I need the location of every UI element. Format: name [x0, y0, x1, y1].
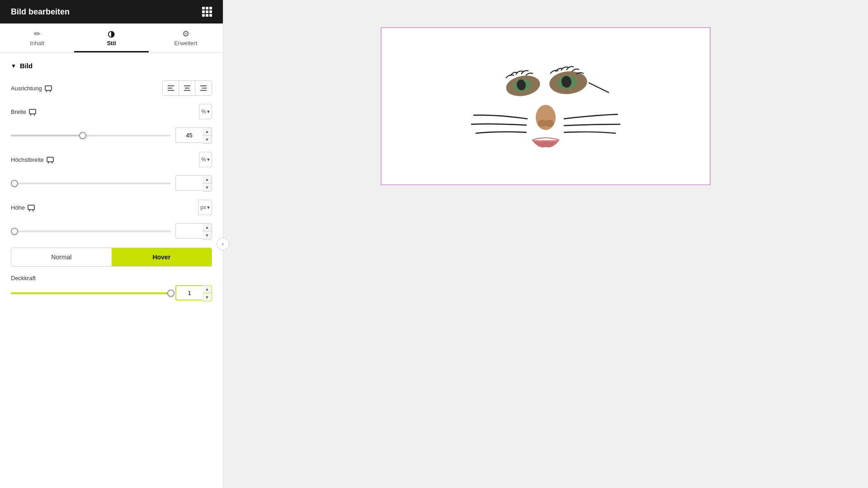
deckkraft-slider-thumb[interactable] [167, 290, 175, 297]
mode-hover-button[interactable]: Hover [112, 248, 212, 266]
tabs-bar: ✏ Inhalt ◑ Stil ⚙ Erweitert [0, 23, 223, 53]
cat-face-illustration [469, 52, 623, 160]
gear-icon: ⚙ [182, 30, 189, 38]
mode-toggle: Normal Hover [11, 248, 212, 267]
monitor-icon-hoechstbreite [47, 157, 54, 162]
hoechstbreite-slider-thumb[interactable] [11, 180, 18, 187]
breite-stepper-down[interactable]: ▼ [203, 136, 212, 143]
ausrichtung-row: Ausrichtung [11, 80, 212, 96]
hoehe-input[interactable] [175, 223, 203, 239]
hoechstbreite-unit-dropdown[interactable]: % ▾ [199, 152, 212, 167]
hoechstbreite-stepper-up[interactable]: ▲ [203, 176, 212, 183]
pencil-icon: ✏ [34, 30, 41, 38]
breite-slider-thumb[interactable] [79, 132, 86, 139]
svg-point-17 [545, 120, 554, 127]
svg-rect-8 [200, 90, 207, 91]
alignment-group [162, 80, 212, 96]
hoechstbreite-slider-row: ▲ ▼ [11, 175, 212, 192]
hoehe-unit-group: px ▾ [198, 200, 212, 215]
svg-rect-7 [202, 88, 207, 89]
canvas-area [223, 0, 868, 488]
hoehe-label: Höhe [11, 204, 61, 211]
panel-title: Bild bearbeiten [11, 7, 70, 17]
collapse-arrow-icon: ▼ [11, 63, 16, 69]
canvas-frame [381, 27, 711, 185]
hoechstbreite-slider-container: ▲ ▼ [11, 175, 212, 192]
breite-unit-dropdown[interactable]: % ▾ [199, 104, 212, 119]
align-right-button[interactable] [195, 81, 212, 95]
section-bild-header[interactable]: ▼ Bild [11, 62, 212, 70]
svg-point-15 [536, 105, 556, 130]
hoehe-slider-container: ▲ ▼ [11, 223, 212, 239]
panel-header: Bild bearbeiten [0, 0, 223, 23]
chevron-icon-h: ▾ [207, 204, 210, 211]
deckkraft-stepper: ▲ ▼ [203, 285, 212, 301]
svg-line-18 [589, 83, 609, 93]
tab-stil[interactable]: ◑ Stil [74, 23, 148, 52]
hoehe-stepper-down[interactable]: ▼ [203, 231, 212, 239]
hoehe-input-group: ▲ ▼ [175, 223, 212, 239]
breite-label: Breite [11, 108, 61, 115]
hoechstbreite-stepper-down[interactable]: ▼ [203, 183, 212, 191]
deckkraft-stepper-up[interactable]: ▲ [203, 286, 212, 293]
deckkraft-input[interactable] [175, 285, 203, 300]
svg-rect-6 [200, 85, 207, 86]
contrast-icon: ◑ [108, 30, 115, 38]
chevron-icon: ▾ [207, 108, 210, 115]
monitor-icon-hoehe [28, 205, 35, 210]
deckkraft-input-group: ▲ ▼ [175, 285, 212, 301]
left-panel: Bild bearbeiten ✏ Inhalt ◑ Stil ⚙ Erweit… [0, 0, 223, 488]
grid-menu-icon[interactable] [202, 7, 212, 17]
breite-slider-container: ▲ ▼ [11, 127, 212, 144]
tab-erweitert-label: Erweitert [174, 40, 197, 47]
align-left-button[interactable] [163, 81, 179, 95]
mode-normal-button[interactable]: Normal [11, 248, 112, 266]
monitor-icon-breite [29, 109, 36, 114]
breite-stepper-up[interactable]: ▲ [203, 128, 212, 136]
deckkraft-slider-track[interactable] [11, 292, 171, 294]
deckkraft-label: Deckkraft [11, 275, 212, 282]
hoechstbreite-input[interactable] [175, 175, 203, 191]
breite-label-row: Breite % ▾ [11, 104, 212, 119]
hoechstbreite-unit-group: % ▾ [199, 152, 212, 167]
align-center-button[interactable] [179, 81, 195, 95]
monitor-icon-ausrichtung [45, 85, 52, 91]
hoehe-slider-track[interactable] [11, 230, 171, 232]
breite-slider-track[interactable] [11, 135, 171, 136]
svg-rect-3 [184, 85, 190, 86]
tab-inhalt[interactable]: ✏ Inhalt [0, 23, 74, 52]
svg-rect-2 [168, 90, 174, 91]
breite-unit-group: % ▾ [199, 104, 212, 119]
hoechstbreite-input-group: ▲ ▼ [175, 175, 212, 192]
collapse-sidebar-button[interactable]: ‹ [217, 238, 229, 250]
svg-rect-0 [168, 85, 174, 86]
hoehe-stepper: ▲ ▼ [203, 223, 212, 239]
panel-body: ▼ Bild Ausrichtung [0, 53, 223, 488]
section-bild-title: Bild [20, 62, 33, 70]
hoehe-slider-thumb[interactable] [11, 228, 18, 235]
deckkraft-slider-container: ▲ ▼ [11, 285, 212, 301]
hoechstbreite-stepper: ▲ ▼ [203, 175, 212, 192]
svg-rect-5 [184, 90, 190, 91]
hoehe-slider-row: ▲ ▼ [11, 223, 212, 239]
hoechstbreite-slider-track[interactable] [11, 183, 171, 184]
breite-slider-row: ▲ ▼ [11, 127, 212, 144]
breite-stepper: ▲ ▼ [203, 127, 212, 144]
chevron-icon-hb: ▾ [207, 156, 210, 163]
hoehe-label-row: Höhe px ▾ [11, 200, 212, 215]
hoechstbreite-label: Höchstbreite [11, 156, 61, 163]
tab-stil-label: Stil [107, 40, 116, 47]
deckkraft-slider-row: ▲ ▼ [11, 285, 212, 301]
tab-inhalt-label: Inhalt [30, 40, 44, 47]
breite-input[interactable] [175, 127, 203, 143]
tab-erweitert[interactable]: ⚙ Erweitert [149, 23, 223, 52]
svg-rect-1 [168, 88, 172, 89]
hoechstbreite-label-row: Höchstbreite % ▾ [11, 152, 212, 167]
svg-rect-4 [185, 88, 189, 89]
deckkraft-stepper-down[interactable]: ▼ [203, 293, 212, 301]
hoehe-unit-dropdown[interactable]: px ▾ [198, 200, 212, 215]
ausrichtung-label: Ausrichtung [11, 85, 61, 92]
hoehe-stepper-up[interactable]: ▲ [203, 224, 212, 231]
breite-input-group: ▲ ▼ [175, 127, 212, 144]
